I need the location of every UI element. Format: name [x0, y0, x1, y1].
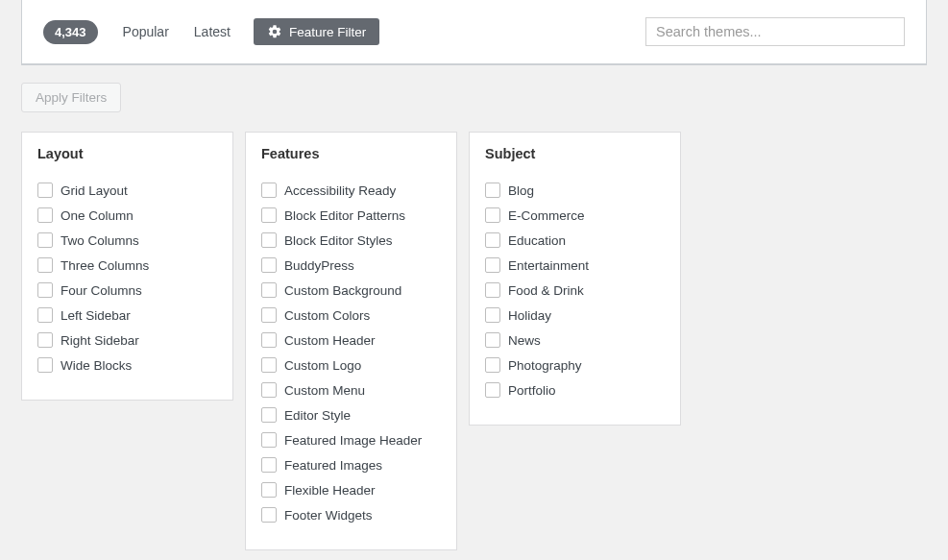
checkbox-row[interactable]: Wide Blocks	[37, 357, 217, 373]
panel-title: Features	[261, 146, 441, 161]
checkbox-row[interactable]: Custom Menu	[261, 382, 441, 398]
checkbox-row[interactable]: Food & Drink	[485, 282, 665, 298]
checkbox-icon[interactable]	[261, 207, 277, 223]
checkbox-icon[interactable]	[485, 207, 500, 223]
checkbox-icon[interactable]	[261, 482, 277, 498]
checkbox-label: Block Editor Patterns	[284, 208, 405, 223]
checkbox-icon[interactable]	[261, 282, 277, 298]
checkbox-icon[interactable]	[37, 332, 53, 348]
checkbox-row[interactable]: Entertainment	[485, 257, 665, 273]
checkbox-icon[interactable]	[261, 507, 277, 523]
checkbox-label: BuddyPress	[284, 258, 354, 273]
checkbox-icon[interactable]	[261, 307, 277, 323]
feature-filter-label: Feature Filter	[289, 25, 366, 39]
checkbox-row[interactable]: Block Editor Patterns	[261, 207, 441, 223]
checkbox-label: Blog	[508, 183, 534, 198]
search-input[interactable]	[645, 17, 905, 46]
checkbox-label: Accessibility Ready	[284, 183, 396, 198]
checkbox-icon[interactable]	[485, 257, 500, 273]
checkbox-icon[interactable]	[261, 407, 277, 423]
checkbox-label: Education	[508, 233, 566, 248]
checkbox-label: Food & Drink	[508, 283, 584, 298]
checkbox-row[interactable]: Footer Widgets	[261, 507, 441, 523]
checkbox-row[interactable]: Editor Style	[261, 407, 441, 423]
filter-panel-layout: LayoutGrid LayoutOne ColumnTwo ColumnsTh…	[21, 132, 233, 401]
checkbox-icon[interactable]	[485, 382, 500, 398]
gear-icon	[267, 24, 282, 39]
checkbox-row[interactable]: E-Commerce	[485, 207, 665, 223]
checkbox-row[interactable]: Custom Colors	[261, 307, 441, 323]
checkbox-icon[interactable]	[261, 257, 277, 273]
checkbox-label: Portfolio	[508, 383, 556, 398]
checkbox-row[interactable]: Four Columns	[37, 282, 217, 298]
checkbox-label: Custom Header	[284, 333, 376, 348]
checkbox-label: One Column	[61, 208, 134, 223]
checkbox-icon[interactable]	[37, 257, 53, 273]
checkbox-row[interactable]: Portfolio	[485, 382, 665, 398]
checkbox-icon[interactable]	[485, 183, 500, 198]
checkbox-label: Custom Background	[284, 283, 401, 298]
checkbox-icon[interactable]	[261, 357, 277, 373]
checkbox-row[interactable]: Two Columns	[37, 232, 217, 248]
checkbox-label: Left Sidebar	[61, 308, 131, 323]
checkbox-row[interactable]: Blog	[485, 183, 665, 198]
checkbox-row[interactable]: Featured Images	[261, 457, 441, 473]
checkbox-icon[interactable]	[37, 207, 53, 223]
checkbox-icon[interactable]	[37, 232, 53, 248]
checkbox-icon[interactable]	[37, 357, 53, 373]
checkbox-label: Grid Layout	[61, 183, 128, 198]
checkbox-row[interactable]: Left Sidebar	[37, 307, 217, 323]
checkbox-row[interactable]: Block Editor Styles	[261, 232, 441, 248]
checkbox-label: Editor Style	[284, 408, 351, 423]
checkbox-row[interactable]: Three Columns	[37, 257, 217, 273]
filter-panel-features: FeaturesAccessibility ReadyBlock Editor …	[245, 132, 457, 550]
checkbox-row[interactable]: Custom Background	[261, 282, 441, 298]
checkbox-row[interactable]: BuddyPress	[261, 257, 441, 273]
checkbox-label: Custom Colors	[284, 308, 370, 323]
checkbox-row[interactable]: Grid Layout	[37, 183, 217, 198]
checkbox-label: Right Sidebar	[61, 333, 139, 348]
checkbox-row[interactable]: Photography	[485, 357, 665, 373]
checkbox-icon[interactable]	[261, 432, 277, 448]
checkbox-icon[interactable]	[261, 332, 277, 348]
checkbox-icon[interactable]	[485, 282, 500, 298]
checkbox-row[interactable]: Featured Image Header	[261, 432, 441, 448]
checkbox-icon[interactable]	[261, 232, 277, 248]
checkbox-icon[interactable]	[261, 382, 277, 398]
checkbox-label: News	[508, 333, 541, 348]
checkbox-icon[interactable]	[261, 457, 277, 473]
checkbox-label: Two Columns	[61, 233, 139, 248]
checkbox-row[interactable]: News	[485, 332, 665, 348]
checkbox-icon[interactable]	[37, 282, 53, 298]
apply-filters-button[interactable]: Apply Filters	[21, 83, 121, 112]
checkbox-row[interactable]: Education	[485, 232, 665, 248]
checkbox-label: Footer Widgets	[284, 508, 373, 523]
checkbox-label: Wide Blocks	[61, 358, 132, 373]
checkbox-row[interactable]: One Column	[37, 207, 217, 223]
checkbox-label: Featured Images	[284, 458, 382, 473]
checkbox-icon[interactable]	[485, 357, 500, 373]
checkbox-row[interactable]: Right Sidebar	[37, 332, 217, 348]
checkbox-label: E-Commerce	[508, 208, 585, 223]
checkbox-label: Block Editor Styles	[284, 233, 393, 248]
checkbox-icon[interactable]	[485, 232, 500, 248]
checkbox-row[interactable]: Holiday	[485, 307, 665, 323]
checkbox-icon[interactable]	[485, 332, 500, 348]
checkbox-icon[interactable]	[37, 307, 53, 323]
checkbox-icon[interactable]	[485, 307, 500, 323]
checkbox-icon[interactable]	[261, 183, 277, 198]
checkbox-row[interactable]: Custom Logo	[261, 357, 441, 373]
checkbox-row[interactable]: Accessibility Ready	[261, 183, 441, 198]
checkbox-label: Entertainment	[508, 258, 589, 273]
panel-title: Layout	[37, 146, 217, 161]
panel-title: Subject	[485, 146, 665, 161]
checkbox-label: Four Columns	[61, 283, 142, 298]
checkbox-label: Featured Image Header	[284, 433, 422, 448]
checkbox-row[interactable]: Flexible Header	[261, 482, 441, 498]
tab-latest[interactable]: Latest	[184, 18, 240, 45]
checkbox-label: Custom Logo	[284, 358, 361, 373]
feature-filter-button[interactable]: Feature Filter	[254, 18, 379, 45]
checkbox-icon[interactable]	[37, 183, 53, 198]
checkbox-row[interactable]: Custom Header	[261, 332, 441, 348]
tab-popular[interactable]: Popular	[113, 18, 179, 45]
